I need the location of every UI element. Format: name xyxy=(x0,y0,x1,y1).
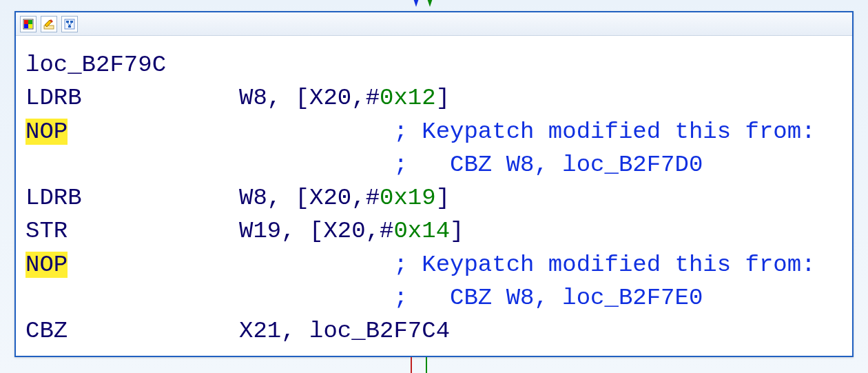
operand-reg: X20 xyxy=(309,185,351,211)
operand-reg: X20 xyxy=(323,218,365,244)
operand-imm: 0x19 xyxy=(380,185,436,211)
svg-rect-5 xyxy=(28,20,32,24)
mnemonic: LDRB xyxy=(25,181,239,214)
mnemonic: CBZ xyxy=(25,314,239,347)
operand-imm: 0x12 xyxy=(380,85,436,111)
block-label: loc_B2F79C xyxy=(25,52,166,78)
svg-rect-4 xyxy=(24,20,28,24)
operand-reg: W8 xyxy=(239,185,267,211)
basic-block-node[interactable]: loc_B2F79C LDRBW8, [X20,#0x12] NOP ; Key… xyxy=(14,11,854,357)
graph-icon[interactable] xyxy=(61,16,78,32)
comment: ; CBZ W8, loc_B2F7D0 xyxy=(393,152,703,178)
svg-rect-6 xyxy=(24,24,28,28)
true-edge xyxy=(426,357,427,373)
comment: ; Keypatch modified this from: xyxy=(393,119,815,145)
svg-rect-13 xyxy=(70,21,73,23)
comment: ; CBZ W8, loc_B2F7E0 xyxy=(393,285,703,311)
svg-marker-2 xyxy=(427,0,433,7)
edit-icon[interactable] xyxy=(41,16,57,32)
disassembly-listing[interactable]: loc_B2F79C LDRBW8, [X20,#0x12] NOP ; Key… xyxy=(16,36,852,356)
outgoing-edges xyxy=(0,357,868,373)
operand-reg: W8 xyxy=(239,85,267,111)
node-toolbar xyxy=(16,12,852,36)
mnemonic: STR xyxy=(25,214,239,248)
color-icon[interactable] xyxy=(20,16,37,32)
svg-marker-0 xyxy=(413,0,419,7)
svg-rect-14 xyxy=(68,26,71,28)
mnemonic: LDRB xyxy=(25,81,239,114)
operand-reg: X20 xyxy=(309,85,351,111)
operand-reg: X21 xyxy=(239,318,281,344)
false-edge xyxy=(411,357,412,373)
mnemonic: NOP xyxy=(25,119,68,145)
comment: ; Keypatch modified this from: xyxy=(393,252,815,278)
mnemonic: NOP xyxy=(25,252,68,278)
operand-imm: 0x14 xyxy=(393,218,450,244)
operand-label[interactable]: loc_B2F7C4 xyxy=(309,318,450,344)
svg-rect-12 xyxy=(66,21,69,23)
operand-reg: W19 xyxy=(239,218,281,244)
svg-rect-7 xyxy=(28,24,32,28)
